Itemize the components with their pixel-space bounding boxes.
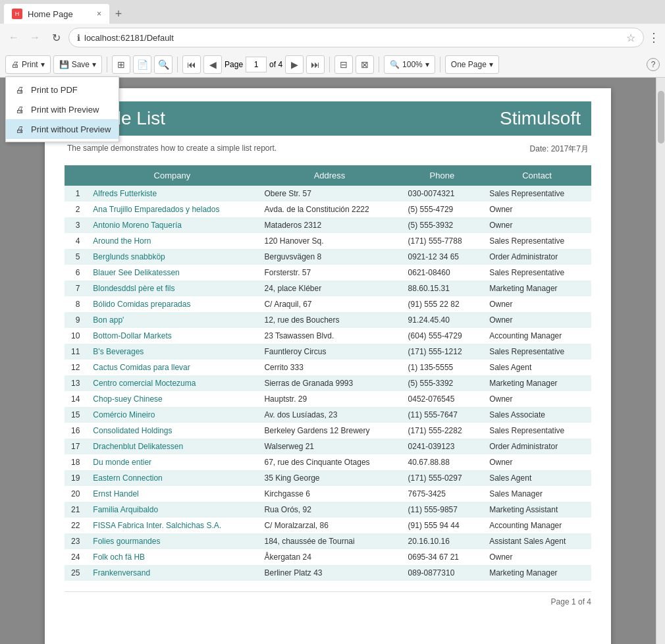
fit-button[interactable]: ⊠ xyxy=(356,55,374,74)
row-phone: 0452-076545 xyxy=(402,391,483,407)
bookmark-icon[interactable]: ☆ xyxy=(626,32,635,44)
browser-tab[interactable]: H Home Page × xyxy=(4,4,109,24)
tree-view-button[interactable]: 📄 xyxy=(133,55,151,74)
first-page-button[interactable]: ⏮ xyxy=(182,55,201,74)
print-without-preview-item[interactable]: 🖨 Print without Preview xyxy=(6,119,119,139)
col-company: Company xyxy=(86,165,257,186)
find-button[interactable]: 🔍 xyxy=(154,55,173,74)
scroll-thumb[interactable] xyxy=(658,91,664,144)
row-company: Folk och fä HB xyxy=(86,549,257,565)
row-phone: 7675-3425 xyxy=(402,486,483,502)
table-row: 7 Blondesddsl père et fils 24, place Klé… xyxy=(65,281,591,296)
row-contact: Sales Agent xyxy=(483,470,591,486)
table-row: 14 Chop-suey Chinese Hauptstr. 29 0452-0… xyxy=(65,391,591,407)
row-address: Berkeley Gardens 12 Brewery xyxy=(257,423,401,439)
view-mode-dropdown[interactable]: One Page ▾ xyxy=(445,55,499,74)
row-contact: Owner xyxy=(483,201,591,217)
save-button[interactable]: 💾 Save ▾ xyxy=(53,55,102,74)
row-company: Blauer See Delikatessen xyxy=(86,265,257,281)
data-table: Company Address Phone Contact 1 Alfreds … xyxy=(65,165,591,581)
row-phone: (171) 555-2282 xyxy=(402,423,483,439)
print-pdf-icon: 🖨 xyxy=(14,84,26,95)
table-row: 16 Consolidated Holdings Berkeley Garden… xyxy=(65,423,591,439)
address-bar[interactable]: ℹ localhost:62181/Default ☆ xyxy=(68,28,644,47)
table-row: 1 Alfreds Futterkiste Obere Str. 57 030-… xyxy=(65,186,591,201)
table-row: 19 Eastern Connection 35 King George (17… xyxy=(65,470,591,486)
row-num: 13 xyxy=(65,375,86,391)
new-tab-button[interactable]: + xyxy=(109,5,128,23)
print-to-pdf-item[interactable]: 🖨 Print to PDF xyxy=(6,80,119,99)
report-brand: Stimulsoft xyxy=(500,108,581,129)
row-num: 19 xyxy=(65,470,86,486)
row-contact: Sales Associate xyxy=(483,407,591,423)
row-contact: Sales Representative xyxy=(483,344,591,360)
row-num: 2 xyxy=(65,201,86,217)
zoom-arrow: ▾ xyxy=(425,60,429,69)
row-num: 5 xyxy=(65,249,86,265)
separator-1 xyxy=(107,57,107,72)
row-address: Kirchgasse 6 xyxy=(257,486,401,502)
row-company: Alfreds Futterkiste xyxy=(86,186,257,201)
row-phone: 91.24.45.40 xyxy=(402,312,483,328)
row-address: 35 King George xyxy=(257,470,401,486)
report-subtitle: The sample demonstrates how to create a … xyxy=(65,144,591,155)
row-phone: 0621-08460 xyxy=(402,265,483,281)
row-address: 24, place Kléber xyxy=(257,281,401,296)
row-phone: 0695-34 67 21 xyxy=(402,549,483,565)
refresh-button[interactable]: ↻ xyxy=(47,29,65,46)
row-company: Bottom-Dollar Markets xyxy=(86,328,257,344)
toolbar: 🖨 Print ▾ 💾 Save ▾ ⊞ 📄 🔍 ⏮ ◀ Page 1 of 4… xyxy=(0,51,665,78)
print-icon: 🖨 xyxy=(11,60,19,69)
print-with-preview-label: Print with Preview xyxy=(31,105,99,115)
row-contact: Sales Representative xyxy=(483,423,591,439)
table-row: 5 Berglunds snabbköp Berguvsvägen 8 0921… xyxy=(65,249,591,265)
thumbnail-view-button[interactable]: ⊞ xyxy=(112,55,130,74)
report-area[interactable]: Simple List Stimulsoft The sample demons… xyxy=(0,78,656,644)
zoom-label: 100% xyxy=(402,60,423,69)
back-button[interactable]: ← xyxy=(5,29,22,46)
forward-button[interactable]: → xyxy=(26,29,43,46)
print-button[interactable]: 🖨 Print ▾ xyxy=(5,55,51,74)
page-input[interactable]: 1 xyxy=(246,57,267,72)
table-row: 9 Bon app' 12, rue des Bouchers 91.24.45… xyxy=(65,312,591,328)
row-num: 14 xyxy=(65,391,86,407)
row-phone: (11) 555-7647 xyxy=(402,407,483,423)
row-contact: Owner xyxy=(483,312,591,328)
report-title: Simple List xyxy=(75,108,500,129)
row-contact: Owner xyxy=(483,454,591,470)
row-contact: Sales Representative xyxy=(483,186,591,201)
separator-3 xyxy=(329,57,330,72)
col-phone: Phone xyxy=(402,165,483,186)
row-num: 1 xyxy=(65,186,86,201)
last-page-button[interactable]: ⏭ xyxy=(306,55,325,74)
help-button[interactable]: ? xyxy=(647,58,660,71)
row-address: 12, rue des Bouchers xyxy=(257,312,401,328)
table-row: 13 Centro comercial Moctezuma Sierras de… xyxy=(65,375,591,391)
row-contact: Sales Representative xyxy=(483,265,591,281)
row-company: Bon app' xyxy=(86,312,257,328)
table-row: 18 Du monde entier 67, rue des Cinquante… xyxy=(65,454,591,470)
next-page-button[interactable]: ▶ xyxy=(285,55,304,74)
row-contact: Accounting Manager xyxy=(483,328,591,344)
zoom-button[interactable]: 🔍 100% ▾ xyxy=(384,55,435,74)
lock-icon: ℹ xyxy=(77,33,80,43)
row-num: 16 xyxy=(65,423,86,439)
row-address: Cerrito 333 xyxy=(257,360,401,375)
table-row: 10 Bottom-Dollar Markets 23 Tsawassen Bl… xyxy=(65,328,591,344)
row-company: FISSA Fabrica Inter. Salchichas S.A. xyxy=(86,518,257,533)
separator-2 xyxy=(177,57,178,72)
tab-close-button[interactable]: × xyxy=(97,9,101,18)
row-address: Av. dos Lusíadas, 23 xyxy=(257,407,401,423)
page-of: of 4 xyxy=(269,60,282,69)
scrollbar[interactable] xyxy=(656,78,665,644)
browser-menu-button[interactable]: ⋮ xyxy=(648,30,660,45)
row-company: Drachenblut Delikatessen xyxy=(86,439,257,454)
row-phone: 089-0877310 xyxy=(402,565,483,581)
print-with-preview-item[interactable]: 🖨 Print with Preview xyxy=(6,99,119,119)
row-phone: 88.60.15.31 xyxy=(402,281,483,296)
row-contact: Owner xyxy=(483,549,591,565)
view-mode-button[interactable]: ⊟ xyxy=(334,55,353,74)
prev-page-button[interactable]: ◀ xyxy=(203,55,222,74)
row-company: Comércio Mineiro xyxy=(86,407,257,423)
col-contact: Contact xyxy=(483,165,591,186)
